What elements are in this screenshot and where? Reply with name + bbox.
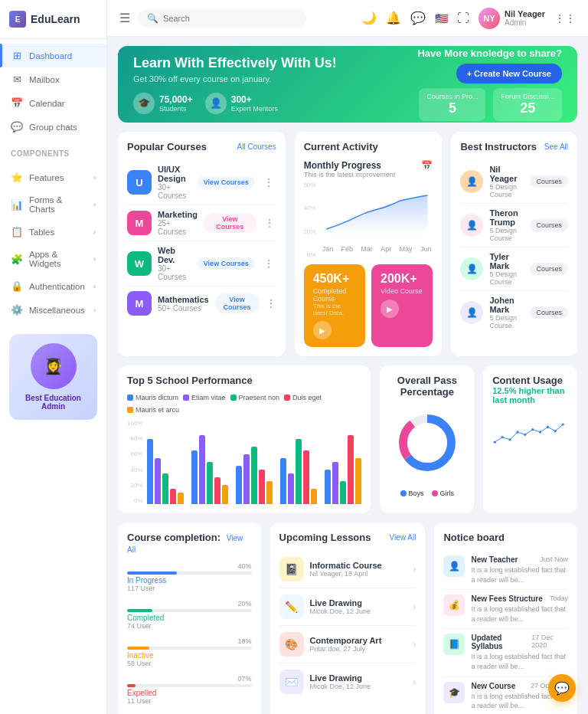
sidebar-item-auth[interactable]: 🔒 Authentication ›: [0, 274, 106, 298]
view-courses-button[interactable]: View Courses: [198, 257, 255, 270]
svg-point-10: [547, 426, 549, 428]
notice-text: It is a long established fact that a rea…: [471, 565, 568, 585]
notice-text: It is a long established fact that a rea…: [471, 604, 568, 624]
usage-svg: [492, 409, 568, 455]
completed-course-stat[interactable]: 450K+ Completed Course This is the lates…: [304, 264, 365, 347]
stat-sub: This is the latest Data.: [313, 303, 356, 316]
chat-fab[interactable]: 💬: [548, 674, 576, 702]
view-courses-button[interactable]: View Courses: [198, 176, 255, 188]
notice-icon: 🎓: [443, 682, 465, 703]
calendar-small-icon[interactable]: 📅: [421, 160, 433, 171]
sidebar-item-label: Dashboard: [29, 51, 72, 61]
view-all-link[interactable]: View All: [390, 533, 416, 542]
play-icon: ▶: [313, 321, 332, 339]
notice-board-title: Notice board: [443, 532, 504, 543]
students-icon: 🎓: [133, 93, 155, 114]
legend-label: Mauris et arcu: [136, 406, 179, 414]
instructor-name: Johen Mark: [489, 296, 524, 314]
bar: [214, 477, 220, 504]
course-completion-header: Course completion: View All: [127, 532, 252, 555]
instructor-name: Nil Yeager: [489, 165, 524, 183]
notice-item: 📘 Updated Syllabus 17 Dec 2020 It is a l…: [443, 629, 568, 676]
tables-icon: 📋: [11, 226, 23, 237]
more-icon[interactable]: ⋮: [265, 296, 276, 311]
view-courses-button[interactable]: View Courses: [215, 293, 260, 313]
course-item: U UI/UX Design 30+ Courses View Courses …: [127, 160, 276, 205]
sidebar-item-mailbox[interactable]: ✉ Mailbox: [0, 67, 106, 91]
chat-fab-icon: 💬: [554, 681, 570, 696]
more-icon[interactable]: ⋮: [261, 175, 276, 190]
all-courses-link[interactable]: All Courses: [237, 142, 276, 151]
notice-info: Updated Syllabus 17 Dec 2020 It is a lon…: [471, 634, 568, 671]
grid-icon[interactable]: ⋮⋮: [554, 12, 576, 25]
video-course-stat[interactable]: 200K+ Video Course ▶: [371, 264, 433, 347]
fullscreen-icon[interactable]: ⛶: [457, 11, 469, 25]
see-all-link[interactable]: See All: [544, 142, 568, 151]
lesson-item[interactable]: ✉️ Live Drawing Micok Doe, 12 June ›: [279, 663, 416, 700]
notice-title: Updated Syllabus: [471, 634, 531, 650]
forum-label: Forum Discussi...: [501, 93, 554, 100]
sidebar-item-misc[interactable]: ⚙️ Miscellaneous ›: [0, 298, 106, 322]
more-icon[interactable]: ⋮: [261, 256, 276, 271]
bar-chart-y-axis: 100%80%60%40%20%0%: [127, 420, 144, 504]
lesson-item[interactable]: 🎨 Contemporary Art Potar doe, 27 July ›: [279, 626, 416, 663]
moon-icon[interactable]: 🌙: [361, 11, 377, 25]
banner-text: Learn With Effectively With Us! Get 30% …: [133, 55, 417, 114]
header-user[interactable]: NY Nil Yeager Admin: [479, 8, 545, 29]
message-icon[interactable]: 💬: [410, 11, 426, 25]
sidebar-item-tables[interactable]: 📋 Tables ›: [0, 220, 106, 244]
sidebar-item-calendar[interactable]: 📅 Calendar: [0, 91, 106, 115]
progress-bar: [127, 609, 252, 612]
popular-courses-header: Popular Courses All Courses: [127, 141, 276, 152]
more-icon[interactable]: ⋮: [263, 215, 276, 231]
bar: [251, 447, 257, 504]
current-activity-panel: Current Activity Monthly Progress This i…: [295, 132, 443, 356]
boys-label: Boys: [409, 490, 424, 497]
sidebar-item-forms[interactable]: 📊 Forms & Charts ›: [0, 189, 106, 220]
bar: [296, 439, 302, 504]
courses-button[interactable]: Courses: [530, 175, 568, 188]
bar: [348, 435, 354, 504]
instructor-item: 👤 Nil Yeager 5 Design Course Courses: [460, 160, 568, 204]
stat-label: Video Course: [381, 287, 423, 295]
sidebar-item-groupchats[interactable]: 💬 Group chats: [0, 115, 106, 139]
courses-counter: Courses in Pro... 5: [419, 88, 485, 121]
bar: [332, 462, 338, 504]
user-role: Admin: [505, 18, 545, 27]
courses-button[interactable]: Courses: [530, 306, 568, 319]
flag-icon[interactable]: 🇺🇸: [435, 12, 448, 25]
legend-item: Mauris et arcu: [127, 406, 179, 414]
create-course-button[interactable]: + Create New Course: [456, 64, 562, 84]
sidebar-item-dashboard[interactable]: ⊞ Dashboard: [0, 44, 106, 67]
mailbox-icon: ✉: [11, 74, 23, 85]
usage-line-chart: [492, 409, 568, 455]
instructor-item: 👤 Johen Mark 5 Design Course Courses: [460, 291, 568, 334]
lesson-item[interactable]: ✏️ Live Drawing Micok Doe, 12 June ›: [279, 588, 416, 626]
user-avatar: NY: [479, 8, 500, 29]
stat-label: Completed Course: [313, 287, 356, 303]
courses-button[interactable]: Courses: [530, 263, 568, 275]
bell-icon[interactable]: 🔔: [386, 11, 401, 25]
lesson-icon: ✏️: [279, 594, 304, 619]
notice-item: 👤 New Teacher Just Now It is a long esta…: [443, 551, 568, 590]
notice-time: Today: [550, 594, 568, 603]
sidebar-item-apps[interactable]: 🧩 Apps & Widgets ›: [0, 244, 106, 274]
search-box[interactable]: 🔍: [138, 9, 306, 28]
view-courses-button[interactable]: View Courses: [204, 213, 256, 233]
sidebar-item-features[interactable]: ⭐ Features ›: [0, 165, 106, 189]
course-item: W Web Dev. 30+ Courses View Courses ⋮: [127, 241, 276, 287]
search-input[interactable]: [163, 14, 297, 23]
lesson-item[interactable]: 📓 Informatic Course Nil Yeager, 18 April…: [279, 551, 416, 588]
forum-value: 25: [501, 100, 554, 116]
notice-info: New Teacher Just Now It is a long establ…: [471, 555, 568, 585]
bar-chart: [147, 420, 361, 504]
svg-point-3: [494, 441, 496, 444]
courses-button[interactable]: Courses: [530, 219, 568, 231]
course-icon: U: [127, 170, 152, 195]
chat-icon: 💬: [11, 121, 23, 133]
instructor-sub: 5 Design Course: [489, 227, 524, 242]
bar: [280, 458, 286, 504]
upcoming-lessons-title: Upcoming Lessons: [279, 532, 371, 543]
logo-icon: E: [9, 11, 26, 28]
hamburger-icon[interactable]: ☰: [119, 11, 130, 25]
